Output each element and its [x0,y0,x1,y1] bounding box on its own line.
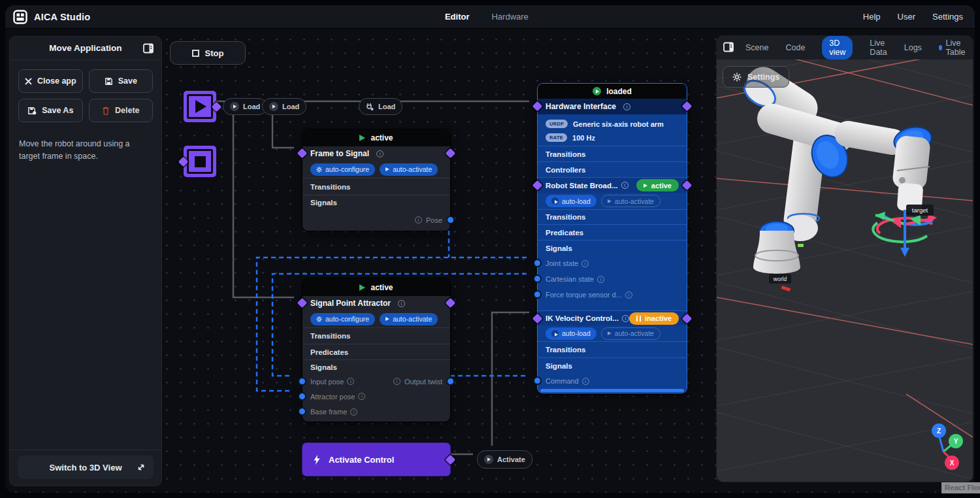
play-circle-icon [230,102,239,111]
section-transitions[interactable]: Transitions [538,341,687,357]
node-activate-control[interactable]: Activate Control [302,443,450,476]
info-icon[interactable] [398,300,405,307]
auto-load-pill[interactable]: auto-load [546,195,596,207]
info-icon[interactable] [393,378,400,385]
save-button[interactable]: Save [89,69,154,93]
auto-activate-pill[interactable]: auto-activate [380,163,438,176]
start-node[interactable] [184,91,216,122]
section-signals[interactable]: Signals [302,359,450,374]
stop-node[interactable] [184,146,216,177]
help-link[interactable]: Help [863,12,881,22]
user-link[interactable]: User [898,12,915,22]
port-base-frame[interactable] [298,407,306,416]
tab-live-table[interactable]: Live Table [939,39,968,57]
delete-button[interactable]: Delete [89,99,154,122]
svg-text:world: world [773,276,787,282]
section-controllers[interactable]: Controllers [538,161,687,177]
section-transitions[interactable]: Transitions [302,327,450,344]
section-signals[interactable]: Signals [538,240,687,256]
loaded-icon [593,87,601,95]
play-icon [385,167,389,171]
controller-title: IK Velocity Control... [546,314,619,322]
port-attractor-pose[interactable] [298,392,306,401]
collapse-panel-icon[interactable] [723,42,734,55]
auto-configure-pill[interactable]: auto-configure [310,313,375,325]
tab-logs[interactable]: Logs [904,43,922,52]
tab-3d-view[interactable]: 3D view [822,36,853,59]
play-icon [644,184,647,188]
section-signals[interactable]: Signals [302,195,450,209]
load-transition-pill-1[interactable]: Load [223,98,267,115]
port-pose[interactable] [446,216,455,224]
tab-hardware[interactable]: Hardware [491,12,528,22]
tab-scene[interactable]: Scene [745,43,768,52]
application-description: Move the robot around using a target fra… [10,126,161,450]
info-icon[interactable] [358,393,365,400]
left-sidebar: Move Application Close app Save Save As … [9,36,162,486]
info-icon[interactable] [350,408,357,416]
play-circle-icon [551,330,559,337]
world-frame-label[interactable]: world [769,274,791,284]
save-as-button[interactable]: Save As [18,99,83,122]
main-nav: Editor Hardware [445,12,529,22]
port-joint-state[interactable] [533,259,542,267]
settings-link[interactable]: Settings [932,12,963,22]
section-predicates[interactable]: Predicates [538,224,687,240]
port-input-pose[interactable] [298,377,306,386]
switch-3d-view-button[interactable]: Switch to 3D View [18,456,154,479]
section-signals[interactable]: Signals [538,357,687,373]
port-force-torque[interactable] [533,290,542,299]
section-transitions[interactable]: Transitions [302,178,450,195]
play-circle-icon [269,102,278,111]
info-icon[interactable] [597,276,604,283]
gear-icon [316,167,322,173]
info-icon[interactable] [376,150,384,158]
node-title: Hardware Interface [546,102,616,111]
info-icon[interactable] [415,216,422,224]
plug-icon [366,103,374,111]
auto-configure-pill[interactable]: auto-configure [310,163,375,176]
horizontal-scrollbar[interactable] [540,389,684,392]
port-command[interactable] [533,376,542,385]
tab-editor[interactable]: Editor [445,12,470,22]
port-cartesian-state[interactable] [533,274,542,283]
tab-live-data[interactable]: Live Data [870,39,887,57]
info-icon[interactable] [581,260,589,267]
info-icon[interactable] [621,182,629,189]
auto-load-pill[interactable]: auto-load [546,327,596,340]
node-frame-to-signal[interactable]: active Frame to Signal auto-configure au… [302,129,450,231]
info-icon[interactable] [622,315,629,322]
close-icon [25,78,32,85]
port-joint-state-label: Joint state [546,259,578,267]
info-icon[interactable] [347,378,354,385]
trash-icon [102,107,110,115]
info-icon[interactable] [582,378,589,385]
status-inactive-pill[interactable]: inactive [629,312,679,325]
stop-button[interactable]: Stop [170,41,246,65]
node-signal-point-attractor[interactable]: active Signal Point Attractor auto-confi… [302,278,450,422]
3d-settings-button[interactable]: Settings [723,66,789,88]
collapse-panel-icon[interactable] [143,43,154,56]
auto-activate-pill[interactable]: auto-activate [601,327,661,340]
load-hardware-pill[interactable]: Load [359,98,402,115]
tab-code[interactable]: Code [785,43,805,52]
auto-activate-pill[interactable]: auto-activate [601,195,661,207]
status-active-pill[interactable]: active [636,179,679,191]
port-pose-label: Pose [426,216,442,224]
section-predicates[interactable]: Predicates [302,344,450,359]
load-transition-pill-2[interactable]: Load [262,98,306,115]
info-icon[interactable] [623,103,630,110]
info-icon[interactable] [625,291,632,299]
3d-viewport[interactable]: world target [717,59,973,482]
section-transitions[interactable]: Transitions [538,209,687,224]
controller-title: Robot State Broad... [546,182,618,190]
react-flow-attribution[interactable]: React Flow [941,482,980,493]
section-transitions[interactable]: Transitions [538,146,687,161]
activate-transition-pill[interactable]: Activate [477,450,532,469]
port-input-pose-label: Input pose [310,378,344,386]
auto-activate-pill[interactable]: auto-activate [380,313,438,325]
node-hardware-interface[interactable]: loaded Hardware Interface URDFGeneric si… [538,84,687,393]
port-output-twist[interactable] [446,377,455,386]
right-panel: Scene Code 3D view Live Data Logs Live T… [717,36,973,482]
close-app-button[interactable]: Close app [18,69,83,93]
